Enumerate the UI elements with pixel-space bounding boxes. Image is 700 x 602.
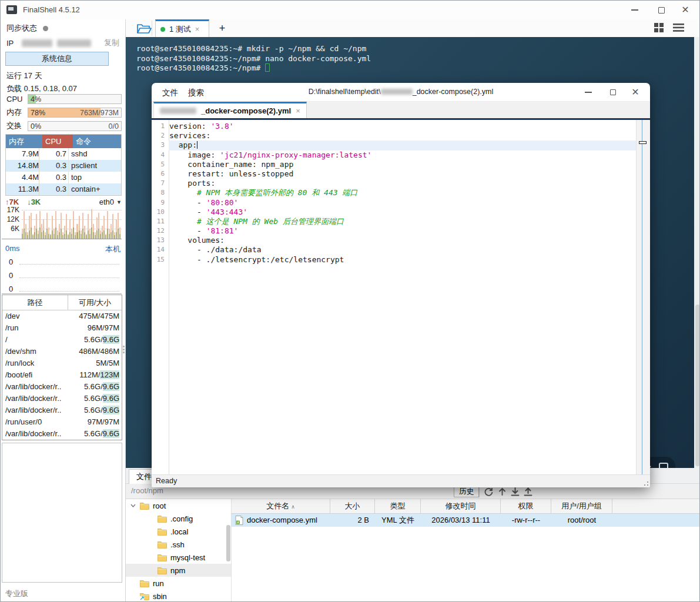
disk-row[interactable]: /var/lib/docker/r...5.6G/9.6G bbox=[2, 428, 122, 440]
download-bar bbox=[76, 232, 78, 239]
download-icon[interactable] bbox=[509, 486, 521, 497]
refresh-icon[interactable] bbox=[483, 486, 494, 497]
tree-item-npm[interactable]: npm bbox=[126, 564, 231, 577]
process-table-header[interactable]: 内存 CPU 命令 bbox=[6, 135, 121, 148]
disk-path: /dev/shm bbox=[2, 346, 61, 357]
process-row[interactable]: 4.4M0.3top bbox=[6, 172, 121, 183]
disk-total: 5M bbox=[109, 359, 119, 367]
tree-item-run[interactable]: run bbox=[126, 577, 231, 590]
path-input[interactable]: /root/npm bbox=[131, 486, 448, 495]
sync-status-label: 同步状态 bbox=[6, 23, 37, 34]
memory-label: 内存 bbox=[6, 107, 28, 118]
editor-resize-grip[interactable] bbox=[641, 479, 648, 486]
upload-icon[interactable] bbox=[522, 486, 534, 497]
terminal-prompt-line: root@ser435010084235:~/npm# bbox=[136, 63, 371, 73]
code-line: 15 - ./letsencrypt:/etc/letsencrypt bbox=[169, 255, 636, 265]
disk-row[interactable]: /var/lib/docker/r...5.6G/9.6G bbox=[2, 404, 122, 416]
text-cursor bbox=[197, 141, 198, 149]
process-row[interactable]: 7.9M0.7sshd bbox=[6, 148, 121, 160]
layout-grid-icon[interactable] bbox=[654, 23, 664, 35]
download-bar bbox=[27, 235, 28, 239]
code-line: 13 volumes: bbox=[169, 236, 636, 245]
window-mode-icon[interactable] bbox=[659, 463, 668, 468]
disk-total: 9.6G bbox=[103, 406, 119, 414]
disk-row[interactable]: /dev/shm486M/486M bbox=[2, 346, 122, 357]
window-maximize-button[interactable] bbox=[649, 1, 673, 19]
tree-item-dot-config[interactable]: .config bbox=[126, 512, 231, 525]
process-memory: 7.9M bbox=[6, 148, 39, 160]
terminal-scrollbar-thumb[interactable] bbox=[695, 305, 700, 466]
process-header-command[interactable]: 命令 bbox=[73, 135, 121, 148]
panel-splitter-handle[interactable] bbox=[123, 345, 125, 354]
disk-size: 5.6G/9.6G bbox=[61, 428, 122, 440]
app-titlebar: FinalShell 4.5.12 ✕ bbox=[1, 1, 699, 19]
session-tab-label: 1 测试 bbox=[169, 24, 191, 35]
folder-icon bbox=[158, 541, 167, 549]
editor-tab-filename: _docker-compose(2).yml bbox=[201, 106, 291, 115]
disk-row[interactable]: /var/lib/docker/r...5.6G/9.6G bbox=[2, 381, 122, 393]
window-minimize-button[interactable] bbox=[623, 1, 647, 19]
session-tab-active[interactable]: 1 测试 × bbox=[155, 19, 209, 37]
history-button[interactable]: 历史 bbox=[454, 486, 479, 497]
editor-maximize-button[interactable] bbox=[602, 83, 624, 102]
disk-row[interactable]: /boot/efi112M/123M bbox=[2, 369, 122, 381]
editor-tab-active[interactable]: _docker-compose(2).yml × bbox=[153, 102, 307, 118]
ping-value: 0 bbox=[9, 285, 13, 293]
file-table-header-3[interactable]: 修改时间 bbox=[421, 499, 501, 513]
tree-item-sbin[interactable]: sbin bbox=[126, 590, 231, 602]
window-close-button[interactable]: ✕ bbox=[674, 1, 697, 19]
disk-row[interactable]: /run/user/097M/97M bbox=[2, 416, 122, 428]
file-table: 文件名∧大小类型修改时间权限用户/用户组 docker-compose.yml2… bbox=[231, 499, 700, 602]
tree-item-dot-local[interactable]: .local bbox=[126, 525, 231, 538]
editor-body[interactable]: 1version: '3.8'2services:3 app:4 image: … bbox=[152, 120, 650, 474]
code-line: 10 - '443:443' bbox=[169, 208, 636, 217]
disk-row[interactable]: /run96M/97M bbox=[2, 322, 122, 334]
disk-row[interactable]: /dev475M/475M bbox=[2, 310, 122, 322]
hamburger-menu-icon[interactable] bbox=[673, 23, 684, 35]
file-browser-panel: 文件 /root/npm 历史 bbox=[126, 468, 700, 602]
process-header-cpu[interactable]: CPU bbox=[42, 135, 73, 148]
chevron-expanded-icon[interactable] bbox=[130, 504, 136, 507]
file-row[interactable]: docker-compose.yml2 BYML 文件2026/03/13 11… bbox=[232, 514, 700, 527]
editor-minimize-button[interactable] bbox=[577, 83, 599, 102]
tree-item-dot-ssh[interactable]: .ssh bbox=[126, 538, 231, 551]
system-info-button[interactable]: 系统信息 bbox=[5, 52, 109, 66]
disk-path: /var/lib/docker/r... bbox=[2, 428, 61, 440]
file-table-header-4[interactable]: 权限 bbox=[501, 499, 551, 513]
editor-overview-ruler[interactable] bbox=[636, 120, 650, 474]
disk-row[interactable]: /var/lib/docker/r...5.6G/9.6G bbox=[2, 393, 122, 404]
tree-item-root[interactable]: root bbox=[126, 499, 231, 512]
redacted-path-segment bbox=[381, 89, 413, 95]
process-header-memory[interactable]: 内存 bbox=[6, 135, 42, 148]
tree-item-mysql-test[interactable]: mysql-test bbox=[126, 551, 231, 564]
disk-row[interactable]: /5.6G/9.6G bbox=[2, 334, 122, 346]
disk-header-size[interactable]: 可用/大小 bbox=[68, 295, 122, 310]
open-connections-button[interactable] bbox=[134, 21, 154, 36]
download-bar bbox=[31, 228, 32, 239]
disk-path: / bbox=[2, 334, 61, 346]
file-table-header-1[interactable]: 大小 bbox=[330, 499, 375, 513]
interface-selector[interactable]: eth0 ▼ bbox=[99, 198, 122, 206]
new-tab-button[interactable]: + bbox=[215, 21, 229, 36]
disk-header-path[interactable]: 路径 bbox=[2, 295, 68, 310]
process-memory: 11.3M bbox=[6, 183, 39, 195]
editor-tab-close-icon[interactable]: × bbox=[296, 106, 300, 115]
editor-close-button[interactable]: ✕ bbox=[624, 83, 647, 102]
disk-total: 9.6G bbox=[103, 382, 119, 391]
process-row[interactable]: 14.8M0.3psclient bbox=[6, 160, 121, 172]
download-bar bbox=[29, 230, 30, 239]
session-tab-close-icon[interactable]: × bbox=[195, 25, 200, 34]
tree-scrollbar-thumb[interactable] bbox=[226, 525, 230, 561]
file-table-header-5[interactable]: 用户/用户组 bbox=[551, 499, 612, 513]
parent-directory-icon[interactable] bbox=[496, 486, 508, 497]
terminal-scrollbar[interactable] bbox=[694, 37, 700, 468]
process-row[interactable]: 11.3M0.3contain+ bbox=[6, 183, 121, 195]
disk-row[interactable]: /run/lock5M/5M bbox=[2, 357, 122, 369]
editor-titlebar: 文件 搜索 D:\finalshell\temp\edit\_docker-co… bbox=[152, 83, 650, 102]
file-table-header-2[interactable]: 类型 bbox=[375, 499, 421, 513]
sidebar-empty-list bbox=[2, 443, 122, 583]
disk-total: 475M bbox=[100, 312, 119, 320]
code-area[interactable]: 1version: '3.8'2services:3 app:4 image: … bbox=[169, 120, 636, 474]
file-table-header-0[interactable]: 文件名∧ bbox=[232, 499, 330, 513]
copy-ip-button[interactable]: 复制 bbox=[104, 38, 119, 48]
